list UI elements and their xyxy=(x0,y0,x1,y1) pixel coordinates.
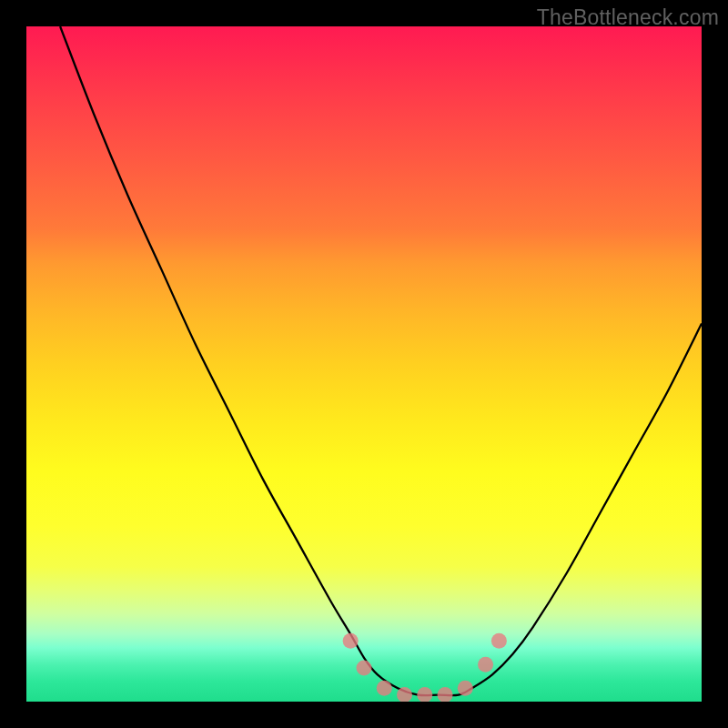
marker-dot xyxy=(491,633,507,649)
curve-layer xyxy=(26,26,702,702)
marker-dot xyxy=(417,687,432,702)
marker-dot xyxy=(357,660,372,675)
chart-frame: TheBottleneck.com xyxy=(0,0,728,728)
marker-dot xyxy=(377,681,392,696)
highlight-markers xyxy=(343,633,507,702)
marker-dot xyxy=(343,633,359,649)
bottleneck-curve-line xyxy=(60,26,702,695)
plot-area xyxy=(26,26,702,702)
watermark-text: TheBottleneck.com xyxy=(537,5,719,30)
marker-dot xyxy=(458,681,473,696)
marker-dot xyxy=(438,687,453,702)
marker-dot xyxy=(478,657,493,672)
